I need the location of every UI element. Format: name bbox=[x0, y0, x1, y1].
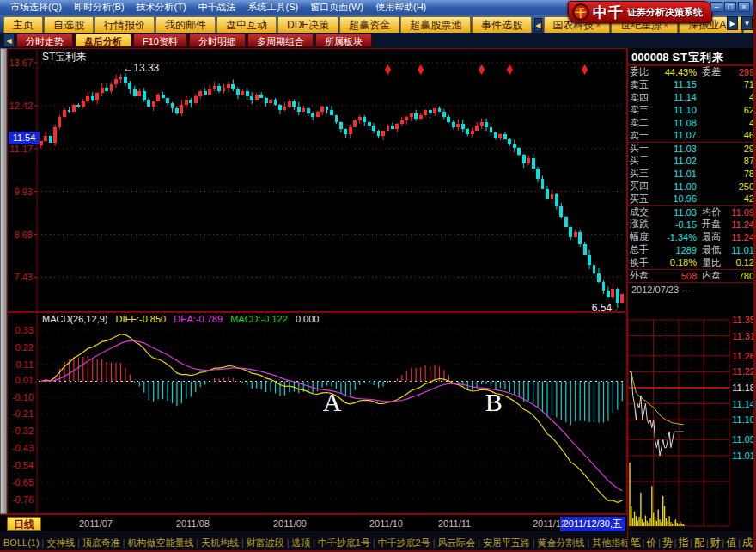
quote-tab[interactable]: 配 bbox=[692, 537, 706, 549]
indicator-item[interactable]: 逃顶 bbox=[291, 537, 310, 548]
macd-diff-value: DIFF:-0.850 bbox=[115, 314, 166, 324]
svg-text:B: B bbox=[485, 388, 503, 416]
quote-row: 换手 0.18% 量比 0.12 bbox=[628, 256, 756, 269]
quote-label: 涨跌 bbox=[630, 218, 657, 230]
tab[interactable]: 我的邮件 bbox=[155, 16, 216, 33]
quote-label2: 量比 bbox=[697, 256, 722, 269]
svg-text:←: ← bbox=[613, 304, 622, 311]
tabs-scroll-left-icon[interactable]: ◀ bbox=[534, 18, 541, 32]
svg-text:11.17: 11.17 bbox=[9, 144, 33, 154]
quote-value2: 42 bbox=[722, 193, 754, 204]
quote-value2: 11.09 bbox=[722, 207, 754, 218]
main-area: ST宝利来 11.54 13.6712.4211.179.938.687.43←… bbox=[0, 48, 756, 552]
quote-row: 卖五 11.15 71 bbox=[628, 78, 756, 91]
subtab[interactable]: 分时明细 bbox=[189, 34, 246, 47]
tabs-scroll-right-icon[interactable]: ▶ bbox=[727, 16, 738, 30]
menu-item[interactable]: 市场选择(Q) bbox=[5, 0, 67, 15]
panel-splitter[interactable] bbox=[0, 48, 7, 514]
window-controls: – □ × bbox=[710, 2, 750, 12]
quote-date: 2012/07/23 — bbox=[628, 282, 756, 296]
svg-text:-0.32: -0.32 bbox=[12, 426, 34, 436]
brand-logo-icon: 千 bbox=[572, 3, 589, 21]
menu-item[interactable]: 技术分析(T) bbox=[131, 0, 192, 15]
minimize-button[interactable]: – bbox=[710, 2, 722, 12]
indicator-item[interactable]: 其他指标... bbox=[592, 537, 627, 548]
separator: | bbox=[241, 538, 244, 548]
quote-panel: 000008ST宝利来 委比 44.43% 委差 299 卖五 11.15 bbox=[627, 48, 756, 552]
subtab[interactable]: 多周期组合 bbox=[247, 34, 314, 47]
subtabs-scroll-left-icon[interactable]: ◀ bbox=[3, 34, 15, 47]
indicator-item[interactable]: 财富波段 bbox=[247, 537, 284, 548]
quote-row: 买一 11.03 29 bbox=[628, 142, 756, 155]
menu-item[interactable]: 即时分析(B) bbox=[69, 0, 130, 15]
svg-text:11.35: 11.35 bbox=[732, 315, 755, 325]
indicator-item[interactable]: 机构做空能量线 bbox=[127, 537, 193, 548]
maximize-button[interactable]: □ bbox=[724, 2, 736, 12]
close-button[interactable]: × bbox=[738, 2, 750, 12]
menu-item[interactable]: 系统工具(S) bbox=[243, 0, 304, 15]
quote-value: 11.02 bbox=[657, 156, 697, 166]
quote-tab[interactable]: 价 bbox=[644, 537, 658, 549]
indicator-item[interactable]: 交神线 bbox=[46, 537, 75, 548]
axis-month-label: 2011/10 bbox=[369, 518, 403, 529]
svg-text:13.67: 13.67 bbox=[9, 58, 33, 68]
macd-chart[interactable]: MACD(26,12,9) DIFF:-0.850 DEA:-0.789 MAC… bbox=[7, 312, 627, 514]
indicator-item[interactable]: 中千抄底1号 bbox=[318, 537, 370, 548]
subtab[interactable]: 盘后分析 bbox=[75, 34, 131, 47]
quote-value: 1289 bbox=[657, 245, 697, 255]
separator: | bbox=[533, 538, 535, 548]
quote-tab[interactable]: 值 bbox=[724, 537, 738, 549]
quote-label: 卖四 bbox=[630, 91, 657, 104]
indicator-item[interactable]: 风云际会 bbox=[437, 537, 475, 548]
app-title-ribbon: 千 中千 证券分析决策系统 bbox=[568, 1, 712, 23]
intraday-chart[interactable]: 11.3511.3111.2611.2211.1811.1411.1011.05… bbox=[628, 311, 756, 531]
indicator-item[interactable]: 中千抄底2号 bbox=[378, 537, 430, 548]
quote-tab[interactable]: 成 bbox=[741, 537, 754, 549]
quote-label: 卖三 bbox=[630, 103, 657, 116]
quote-row: 外盘 508 内盘 780 bbox=[628, 269, 756, 282]
subtab[interactable]: 所属板块 bbox=[315, 34, 372, 47]
quote-tab[interactable]: 财 bbox=[709, 537, 722, 549]
quote-tab[interactable]: 势 bbox=[661, 537, 674, 549]
tabs-dropdown-icon[interactable]: ▼ bbox=[741, 16, 753, 30]
tab[interactable]: 行情报价 bbox=[94, 16, 155, 33]
indicator-status-bar: BOLL(1)|交神线|顶底奇准|机构做空能量线|天机均线|财富波段|逃顶|中千… bbox=[0, 531, 627, 552]
tab[interactable]: 超赢资金 bbox=[339, 16, 399, 33]
tab[interactable]: 主页 bbox=[3, 16, 43, 33]
svg-text:11.10: 11.10 bbox=[732, 414, 755, 425]
candlestick-plot[interactable]: 13.6712.4211.179.938.687.43←13.336.54← bbox=[8, 49, 626, 311]
macd-plot[interactable]: 0.330.220.110.01-0.10-0.21-0.32-0.43-0.5… bbox=[8, 313, 626, 513]
tab[interactable]: 超赢股票池 bbox=[400, 16, 471, 33]
tab[interactable]: 事件选股 bbox=[472, 16, 532, 33]
tab[interactable]: 自选股 bbox=[44, 16, 94, 33]
svg-text:11.22: 11.22 bbox=[732, 366, 755, 377]
tab[interactable]: DDE决策 bbox=[277, 16, 338, 33]
menu-item[interactable]: 中千战法 bbox=[193, 0, 241, 15]
subtab-bar: ◀ 分时走势盘后分析F10资料分时明细多周期组合所属板块 bbox=[0, 33, 756, 48]
menu-item[interactable]: 窗口页面(W) bbox=[305, 0, 369, 15]
subtab[interactable]: F10资料 bbox=[133, 34, 187, 47]
period-button[interactable]: 日线 bbox=[7, 517, 41, 531]
indicator-item[interactable]: 天机均线 bbox=[201, 537, 239, 548]
quote-row: 卖三 11.10 62 bbox=[628, 103, 756, 116]
quote-tab[interactable]: 笔 bbox=[629, 537, 643, 549]
quote-value2: 11.24 bbox=[722, 232, 754, 242]
tab[interactable]: 盘中互动 bbox=[216, 16, 277, 33]
indicator-item[interactable]: 顶底奇准 bbox=[82, 537, 120, 548]
quote-tab[interactable]: 指 bbox=[676, 537, 690, 549]
svg-text:0.01: 0.01 bbox=[15, 375, 34, 385]
subtab[interactable]: 分时走势 bbox=[16, 34, 73, 47]
quote-label: 委比 bbox=[630, 65, 657, 78]
menu-item[interactable]: 使用帮助(H) bbox=[370, 0, 431, 15]
candlestick-chart[interactable]: ST宝利来 11.54 13.6712.4211.179.938.687.43←… bbox=[7, 48, 627, 312]
svg-text:-0.21: -0.21 bbox=[12, 408, 34, 419]
indicator-item[interactable]: BOLL(1) bbox=[3, 537, 40, 548]
separator: | bbox=[77, 538, 80, 548]
quote-label: 卖一 bbox=[630, 129, 657, 142]
quote-value: 44.43% bbox=[657, 67, 697, 77]
svg-text:7.43: 7.43 bbox=[15, 272, 33, 282]
svg-text:0.22: 0.22 bbox=[15, 342, 34, 353]
svg-text:←13.33: ←13.33 bbox=[123, 62, 159, 74]
indicator-item[interactable]: 安居平五路 bbox=[483, 537, 530, 548]
indicator-item[interactable]: 黄金分割线 bbox=[538, 537, 585, 548]
